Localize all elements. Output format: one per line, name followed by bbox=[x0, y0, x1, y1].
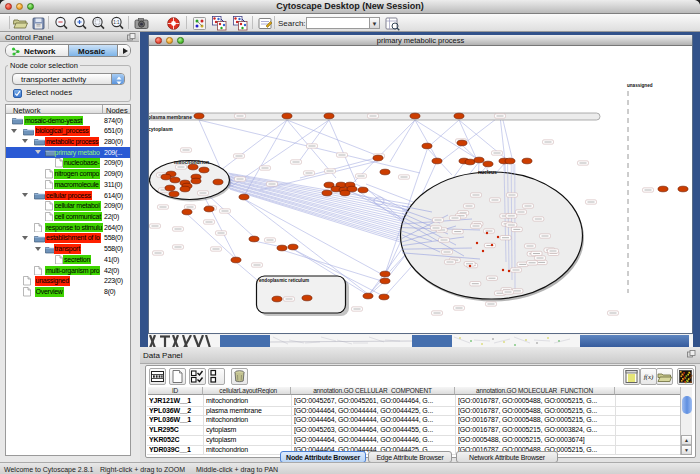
svg-text:nucleus: nucleus bbox=[478, 169, 497, 175]
svg-text:endoplasmic reticulum: endoplasmic reticulum bbox=[259, 278, 309, 283]
svg-text:cytoplasm: cytoplasm bbox=[149, 126, 173, 132]
svg-text:1:1: 1:1 bbox=[113, 20, 120, 25]
svg-text:f(x): f(x) bbox=[644, 373, 654, 381]
svg-text:unassigned: unassigned bbox=[627, 83, 653, 88]
svg-text:plasma membrane: plasma membrane bbox=[149, 114, 192, 120]
